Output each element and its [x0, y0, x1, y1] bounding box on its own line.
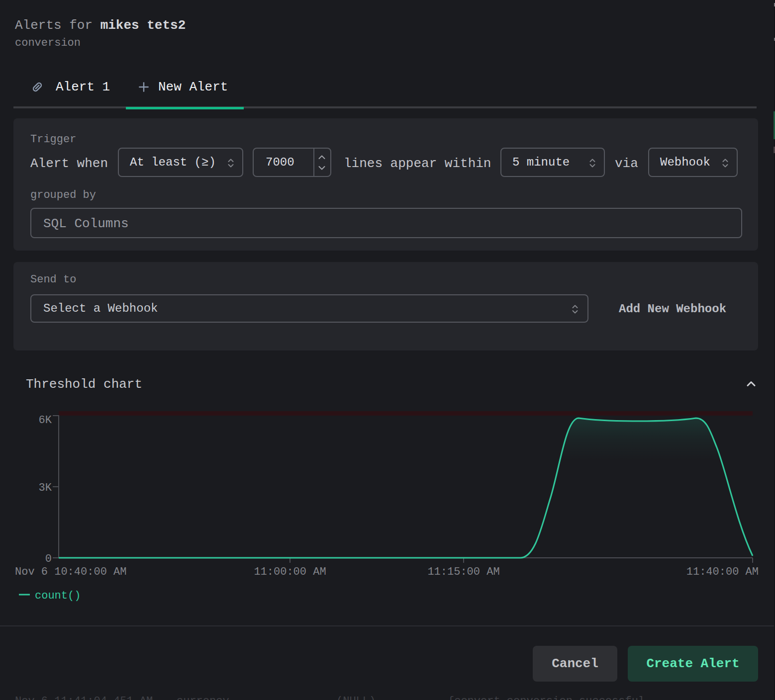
svg-text:11:15:00 AM: 11:15:00 AM: [427, 566, 499, 578]
svg-text:0: 0: [45, 553, 52, 565]
svg-text:3K: 3K: [39, 482, 52, 494]
svg-text:11:40:00 AM: 11:40:00 AM: [686, 566, 759, 578]
svg-text:count(): count(): [35, 590, 81, 602]
svg-text:11:00:00 AM: 11:00:00 AM: [254, 566, 326, 578]
svg-text:Nov 6 10:40:00 AM: Nov 6 10:40:00 AM: [15, 566, 126, 578]
svg-text:6K: 6K: [39, 414, 52, 427]
